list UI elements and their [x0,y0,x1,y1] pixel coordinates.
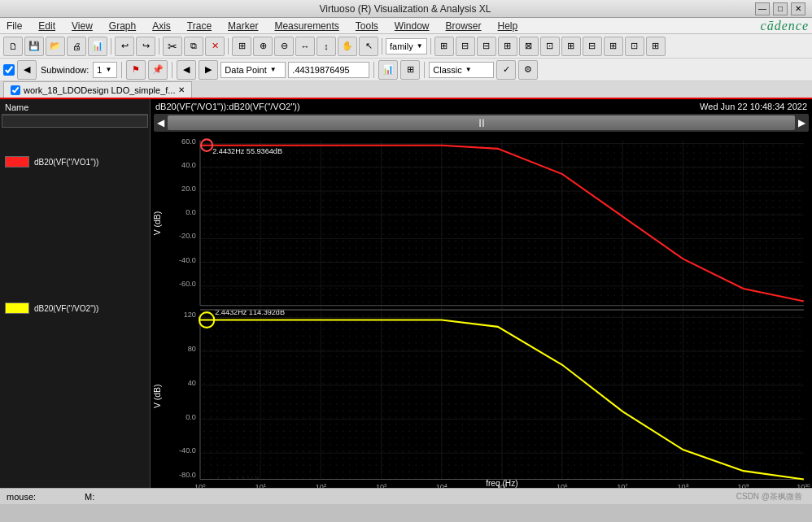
tb-copy[interactable]: ⧉ [184,37,203,56]
legend-item-vo2[interactable]: dB20(VF("/VO2")) [2,300,148,316]
status-bar: mouse: M: CSDN @茶枫微善 [0,488,812,504]
scroll-strip[interactable]: ◀ ⏸ ▶ [154,114,809,132]
legend-label-vo1: dB20(VF("/VO1")) [34,158,98,167]
window-controls[interactable]: — □ ✕ [755,2,805,15]
tb-map5[interactable]: ⊠ [519,37,539,56]
tb-map9[interactable]: ⊞ [604,37,623,56]
tb-chart[interactable]: 📊 [88,37,107,56]
lower-y-label: V (dB) [153,385,162,409]
main-content: Name dB20(VF("/VO1")) dB20(VF("/VO2")) d… [0,99,812,488]
family-dropdown[interactable]: family ▼ [386,38,427,54]
tb-style-apply[interactable]: ✓ [496,60,516,80]
scroll-right-arrow[interactable]: ▶ [795,117,809,128]
menu-browser[interactable]: Browser [443,20,485,33]
legend-title: Name [2,101,148,115]
legend-search-input[interactable] [2,115,148,128]
tb-map3[interactable]: ⊟ [477,37,496,56]
tb-zoom-y[interactable]: ↕ [317,37,336,56]
subwindow-dropdown[interactable]: 1 ▼ [93,62,117,78]
tb-map11[interactable]: ⊞ [646,37,666,56]
tb-undo[interactable]: ↩ [115,37,134,56]
legend-item-vo1[interactable]: dB20(VF("/VO1")) [2,154,148,170]
tb-prev-window[interactable]: ◀ [17,60,37,80]
menu-trace[interactable]: Trace [184,20,215,33]
menu-edit[interactable]: Edit [35,20,59,33]
tb-style-config[interactable]: ⚙ [518,60,538,80]
tb-map2[interactable]: ⊟ [456,37,475,56]
sep1 [111,38,111,54]
sep2 [159,38,159,54]
tb-delete[interactable]: ✕ [205,37,225,56]
menu-measurements[interactable]: Measurements [271,20,342,33]
marker-value-field[interactable]: .44319876495 [288,62,369,78]
y-tick-20: 20.0 [181,185,196,193]
menu-view[interactable]: View [68,20,96,33]
menu-help[interactable]: Help [495,20,522,33]
plot-svg: 60.0 40.0 20.0 0.0 -20.0 -40.0 -60.0 V (… [151,132,812,488]
subwindow-value: 1 [97,65,102,75]
close-button[interactable]: ✕ [791,2,805,15]
tb-zoom-x[interactable]: ↔ [295,37,315,56]
minimize-button[interactable]: — [755,2,770,15]
tb-map6[interactable]: ⊡ [540,37,560,56]
tb-zoom-in[interactable]: ⊕ [253,37,273,56]
maximize-button[interactable]: □ [773,2,788,15]
tb-pin[interactable]: 📌 [148,60,168,80]
tb-checkbox[interactable] [3,64,15,76]
tb-marker-left[interactable]: ◀ [177,60,196,80]
tab-checkbox[interactable] [11,85,20,95]
plot-header: dB20(VF("/VO1")):dB20(VF("/VO2")) Wed Ju… [151,99,812,114]
tb-map1[interactable]: ⊞ [434,37,454,56]
tb-print[interactable]: 🖨 [67,37,86,56]
tb-map4[interactable]: ⊞ [498,37,517,56]
datapoint-dropdown[interactable]: Data Point ▼ [220,62,286,78]
plot-datetime: Wed Jun 22 10:48:34 2022 [700,102,807,111]
upper-y-label: V (dB) [153,211,162,236]
tb-save[interactable]: 💾 [24,37,44,56]
family-dropdown-arrow: ▼ [417,42,423,50]
sep5 [430,38,431,54]
ly-tick-40: 40 [188,379,196,387]
legend-color-vo2 [5,302,29,314]
tb-select[interactable]: ↖ [359,37,378,56]
tab-bar: work_18_LDODesign LDO_simple_f... ✕ [0,81,812,99]
mouse-label: mouse: [7,492,36,502]
tb-redo[interactable]: ↪ [136,37,155,56]
y-tick-60: 60.0 [181,137,196,145]
menu-graph[interactable]: Graph [106,20,139,33]
ly-tick-80: 80 [188,345,196,353]
menu-axis[interactable]: Axis [149,20,174,33]
tb-zoom-out[interactable]: ⊖ [274,37,294,56]
tb-pan[interactable]: ✋ [338,37,357,56]
tb-cut[interactable]: ✂ [163,37,182,56]
ly-tick-120: 120 [184,311,196,319]
tb-map7[interactable]: ⊞ [561,37,581,56]
menu-tools[interactable]: Tools [352,20,382,33]
tb-new[interactable]: 🗋 [3,37,23,56]
tb-open[interactable]: 📂 [46,37,65,56]
y-tick-n60: -60.0 [179,280,196,288]
menu-window[interactable]: Window [391,20,433,33]
tb-map8[interactable]: ⊟ [583,37,602,56]
marker-value-text: .44319876495 [292,65,349,75]
scroll-left-arrow[interactable]: ◀ [154,117,168,128]
tb-table[interactable]: ⊞ [400,60,420,80]
tb-zoom-fit[interactable]: ⊞ [232,37,251,56]
menu-marker[interactable]: Marker [225,20,261,33]
tb-map10[interactable]: ⊡ [625,37,644,56]
marker1-label: 2.4432Hz 55.9364dB [212,147,282,155]
menu-file[interactable]: File [3,20,25,33]
tb-marker-right[interactable]: ▶ [199,60,218,80]
datapoint-value: Data Point [225,65,266,75]
style-dropdown[interactable]: Classic ▼ [429,62,494,78]
y-tick-n20: -20.0 [179,232,196,240]
tab-close-icon[interactable]: ✕ [178,85,185,94]
legend-color-vo1 [5,156,29,167]
ly-tick-n80: -80.0 [179,471,196,479]
main-tab[interactable]: work_18_LDODesign LDO_simple_f... ✕ [3,81,192,98]
scroll-thumb[interactable]: ⏸ [168,115,795,130]
tb-flag-red[interactable]: ⚑ [126,60,146,80]
tb-bar-chart[interactable]: 📊 [378,60,398,80]
tab-label: work_18_LDODesign LDO_simple_f... [24,85,175,95]
window-title: Virtuoso (R) Visualization & Analysis XL [55,3,755,15]
